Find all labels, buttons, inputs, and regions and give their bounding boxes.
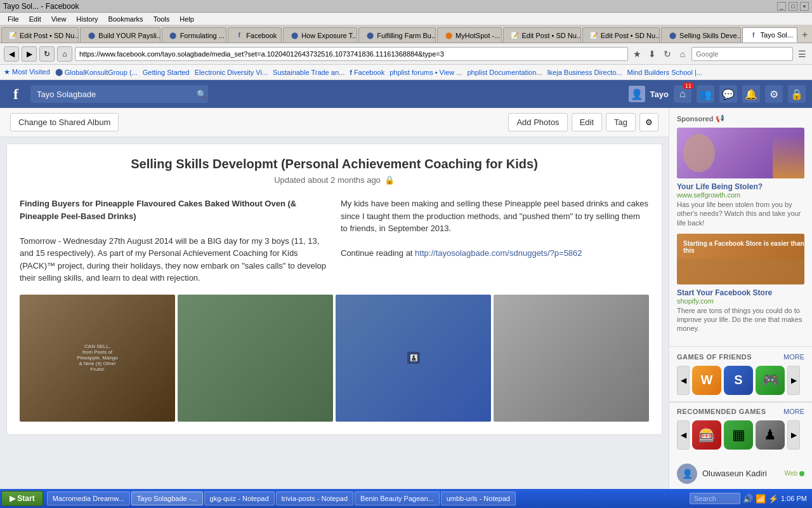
minimize-button[interactable]: _: [777, 2, 786, 11]
start-button[interactable]: ▶ Start: [1, 491, 43, 506]
rec-games-scroll-left[interactable]: ◀: [677, 420, 690, 450]
url-input[interactable]: [75, 47, 628, 61]
tab-5[interactable]: ⬤How Exposure T...×: [283, 27, 357, 43]
tab-11[interactable]: fTayo Sol...×: [742, 27, 798, 43]
sponsored-ad-1-title[interactable]: Your Life Being Stolen?: [677, 182, 804, 191]
sponsored-icon: 📢: [716, 114, 724, 123]
close-button[interactable]: ×: [800, 2, 809, 11]
settings-nav-button[interactable]: ⚙: [765, 85, 783, 103]
tab-9[interactable]: 📝Edit Post • SD Nu...×: [582, 27, 660, 43]
notifications-nav-button[interactable]: 🔔: [742, 85, 760, 103]
tab-label-8: Edit Post • SD Nu...: [521, 32, 580, 39]
download-icon[interactable]: ⬇: [646, 48, 658, 60]
tray-icon-2[interactable]: 📶: [756, 494, 766, 504]
taskbar-item-trivia[interactable]: trivia-posts - Notepad: [276, 491, 354, 505]
album-link[interactable]: http://tayosolagbade.com/sdnuggets/?p=58…: [415, 248, 582, 258]
menu-history[interactable]: History: [71, 14, 103, 24]
home-nav-button[interactable]: ⌂ 11: [674, 85, 691, 103]
forward-button[interactable]: ▶: [22, 46, 37, 62]
tab-2[interactable]: ⬤Build YOUR Paysli...×: [80, 27, 160, 43]
tab-4[interactable]: fFacebook×: [228, 27, 282, 43]
home-button[interactable]: ⌂: [57, 46, 72, 62]
facebook-search-input[interactable]: [30, 85, 208, 103]
friend-item-1[interactable]: 👤 Oluwaseun Kadiri Web: [677, 461, 804, 486]
tag-button[interactable]: Tag: [606, 113, 636, 131]
new-tab-button[interactable]: +: [799, 27, 811, 43]
sponsored-ad-1-image[interactable]: [677, 128, 804, 178]
reload-button[interactable]: ↻: [39, 46, 55, 62]
bookmark-facebook[interactable]: f Facebook: [350, 69, 384, 76]
game-scrabble[interactable]: S: [724, 366, 753, 395]
games-more-button[interactable]: MORE: [783, 353, 804, 361]
photo-2[interactable]: [178, 295, 333, 422]
photo-1[interactable]: CAN SELL,from Peels ofPineapple, Mango& …: [20, 295, 175, 422]
messages-nav-button[interactable]: 💬: [719, 85, 737, 103]
sponsored-ad-1: Your Life Being Stolen? www.selfgrowth.c…: [677, 128, 804, 227]
sponsored-section: Sponsored 📢 Your Life Being Stolen? www.…: [669, 108, 812, 347]
home-badge: 11: [683, 83, 694, 89]
game-words-with-friends[interactable]: W: [692, 366, 721, 395]
taskbar-item-gkg-quiz[interactable]: gkg-quiz - Notepad: [204, 491, 275, 505]
bookmark-sustainable-trade[interactable]: Sustainable Trade an...: [273, 69, 344, 76]
tab-6[interactable]: ⬤Fulfilling Farm Bu...×: [358, 27, 436, 43]
game-misc[interactable]: 🎮: [756, 366, 785, 395]
bookmark-phplist-docs[interactable]: phplist Documentation...: [468, 69, 542, 76]
menu-file[interactable]: File: [3, 14, 24, 24]
games-scroll-left[interactable]: ◀: [677, 366, 690, 395]
lock-nav-button[interactable]: 🔒: [788, 85, 806, 103]
refresh-icon[interactable]: ↻: [661, 48, 674, 60]
tray-icon-1[interactable]: 🔊: [743, 494, 753, 504]
menu-icon[interactable]: ☰: [796, 48, 808, 60]
bookmark-mind-builders[interactable]: Mind Builders School |...: [627, 69, 702, 76]
photo-3[interactable]: 👨‍👦‍👦: [336, 295, 491, 422]
change-to-shared-album-button[interactable]: Change to Shared Album: [10, 113, 119, 131]
photo-4[interactable]: [494, 295, 649, 422]
tab-1[interactable]: 📝Edit Post • SD Nu...×: [1, 27, 79, 43]
menu-help[interactable]: Help: [174, 14, 199, 24]
tray-icon-3[interactable]: ⚡: [768, 494, 778, 504]
edit-button[interactable]: Edit: [572, 113, 602, 131]
tab-10[interactable]: ⬤Selling Skills Deve...×: [661, 27, 741, 43]
user-icon: 👤: [631, 88, 643, 100]
back-button[interactable]: ◀: [4, 46, 19, 62]
bookmark-phplist-forums[interactable]: phplist forums • View ...: [390, 69, 462, 76]
rec-game-3[interactable]: ♟: [756, 420, 785, 450]
rec-game-2[interactable]: ▦: [724, 420, 753, 450]
taskbar-item-dreamweaver[interactable]: Macromedia Dreamw...: [47, 491, 130, 505]
tab-8[interactable]: 📝Edit Post • SD Nu...×: [503, 27, 580, 43]
maximize-button[interactable]: □: [789, 2, 797, 11]
tab-favicon-4: f: [235, 31, 244, 40]
menu-bookmarks[interactable]: Bookmarks: [103, 14, 148, 24]
sponsored-ad-2-title[interactable]: Start Your Facebook Store: [677, 288, 804, 297]
tray-time: 1:06 PM: [781, 495, 807, 502]
taskbar-item-umbb[interactable]: umbb-urls - Notepad: [441, 491, 516, 505]
rec-games-more-button[interactable]: MORE: [783, 408, 804, 415]
menu-view[interactable]: View: [46, 14, 72, 24]
search-input[interactable]: [691, 47, 793, 61]
home-addr-icon[interactable]: ⌂: [676, 48, 689, 60]
bookmark-electronic-diversity[interactable]: Electronic Diversity Vi...: [195, 69, 268, 76]
tab-7[interactable]: ⬤MyHotSpot -...×: [437, 27, 502, 43]
add-photos-button[interactable]: Add Photos: [508, 113, 567, 131]
user-avatar[interactable]: 👤: [629, 86, 645, 102]
rec-games-scroll-right[interactable]: ▶: [787, 420, 800, 450]
taskbar-item-tayo[interactable]: Tayo Solagbade -...: [131, 491, 203, 505]
menu-edit[interactable]: Edit: [24, 14, 46, 24]
friends-nav-button[interactable]: 👥: [697, 85, 714, 103]
tab-3[interactable]: ⬤Formulating ...×: [162, 27, 226, 43]
games-scroll-right[interactable]: ▶: [787, 366, 800, 395]
taskbar-item-benin[interactable]: Benin Beauty Pagean...: [355, 491, 440, 505]
bookmark-ikeja[interactable]: Ikeja Business Directo...: [547, 69, 622, 76]
bookmark-getting-started[interactable]: Getting Started: [143, 69, 190, 76]
rec-game-1[interactable]: 🎰: [692, 420, 721, 450]
sponsored-ad-2-image[interactable]: Starting a Facebook Store is easier than…: [677, 234, 804, 284]
taskbar-search-input[interactable]: [690, 493, 740, 504]
gear-button[interactable]: ⚙: [639, 113, 658, 131]
friend-name-1: Oluwaseun Kadiri: [702, 469, 780, 478]
bookmark-globalkonsult[interactable]: ⬤ GlobalKonsultGroup (...: [55, 68, 138, 76]
bookmark-most-visited[interactable]: ★ Most Visited: [4, 68, 50, 76]
text-left-body: Tomorrow - Wednesday 27th August 2014 wi…: [20, 235, 328, 284]
tab-label-1: Edit Post • SD Nu...: [20, 32, 79, 39]
bookmark-star-icon[interactable]: ★: [631, 48, 643, 60]
menu-tools[interactable]: Tools: [148, 14, 175, 24]
